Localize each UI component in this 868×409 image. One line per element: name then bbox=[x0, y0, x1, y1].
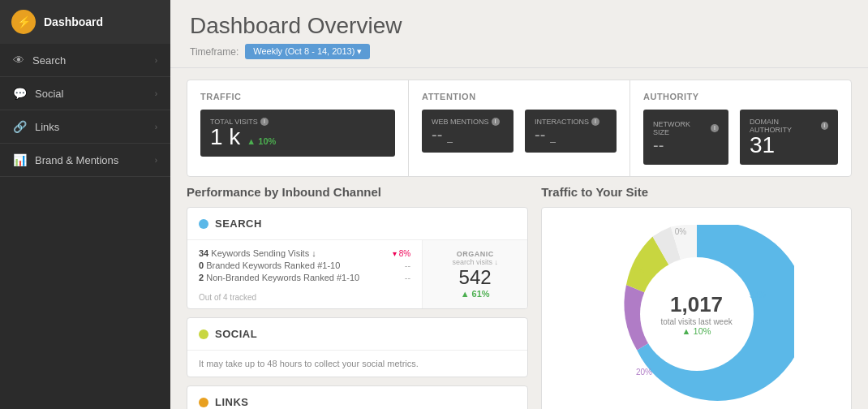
info-icon: i bbox=[260, 118, 269, 126]
authority-section-title: Authority bbox=[643, 92, 838, 101]
sidebar-header[interactable]: ⚡ Dashboard bbox=[0, 0, 170, 44]
chevron-right-icon: › bbox=[155, 156, 157, 165]
traffic-section-title: Traffic bbox=[200, 92, 395, 101]
links-dot bbox=[199, 398, 208, 407]
social-channel-card: SOCIAL It may take up to 48 hours to col… bbox=[187, 317, 528, 377]
network-size-value: -- bbox=[653, 136, 664, 154]
organic-label: ORGANIC bbox=[457, 250, 494, 258]
donut-center-text: 1,017 total visits last week ▲ 10% bbox=[660, 292, 732, 336]
segment-label-3: 7% bbox=[632, 266, 644, 275]
organic-sub: search visits ↓ bbox=[452, 258, 498, 266]
domain-authority-value: 31 bbox=[750, 132, 775, 157]
chat-icon: 💬 bbox=[13, 87, 27, 100]
interactions-label: INTERACTIONS i bbox=[535, 118, 599, 126]
organic-value: 542 bbox=[459, 266, 492, 289]
interactions-value: -- bbox=[535, 126, 545, 144]
search-channel-name: SEARCH bbox=[215, 217, 262, 230]
panels-row: Performance by Inbound Channel SEARCH 34… bbox=[170, 185, 868, 409]
attention-section: Attention WEB MENTIONS i -- _ bbox=[409, 80, 630, 176]
sidebar: ⚡ Dashboard 👁 Search › 💬 Social › 🔗 Link… bbox=[0, 0, 170, 409]
links-channel-name: LINKS bbox=[215, 396, 249, 408]
sidebar-item-social[interactable]: 💬 Social › bbox=[0, 77, 170, 110]
interactions-sub: _ bbox=[550, 131, 556, 143]
total-visits-value: 1 k bbox=[210, 126, 240, 149]
traffic-section: Traffic TOTAL VISITS i 1 k ▲ 10% bbox=[187, 80, 409, 176]
sidebar-item-search[interactable]: 👁 Search › bbox=[0, 44, 170, 77]
links-channel-header: LINKS bbox=[187, 386, 527, 409]
traffic-donut-container: 53% 20% 7% 0% 1,017 total visits last we… bbox=[541, 207, 852, 409]
donut-total: 1,017 bbox=[660, 292, 732, 317]
info-icon: i bbox=[821, 122, 828, 130]
organic-change: ▲ 61% bbox=[461, 289, 490, 299]
stats-bar: Traffic TOTAL VISITS i 1 k ▲ 10% Attenti… bbox=[187, 80, 852, 177]
search-channel-header: SEARCH bbox=[187, 208, 527, 240]
network-size-block: NETWORK SIZE i -- bbox=[643, 110, 728, 165]
web-mentions-label: WEB MENTIONS i bbox=[432, 118, 500, 126]
network-size-label: NETWORK SIZE i bbox=[653, 120, 719, 136]
inbound-channel-panel: Performance by Inbound Channel SEARCH 34… bbox=[187, 185, 528, 409]
chevron-right-icon: › bbox=[155, 123, 157, 131]
sidebar-search-label: Search bbox=[32, 54, 66, 67]
dashboard-icon: ⚡ bbox=[11, 10, 36, 34]
main-content: Dashboard Overview Timeframe: Weekly (Oc… bbox=[170, 0, 868, 409]
segment-label-4: 0% bbox=[674, 227, 686, 236]
info-icon: i bbox=[492, 118, 500, 126]
link-icon: 🔗 bbox=[13, 120, 27, 133]
sidebar-item-links[interactable]: 🔗 Links › bbox=[0, 110, 170, 144]
chart-icon: 📊 bbox=[13, 153, 27, 166]
search-channel-card: SEARCH 34 Keywords Sending Visits ↓ ▾ 8%… bbox=[187, 207, 528, 309]
info-icon: i bbox=[711, 124, 719, 132]
inbound-channel-title: Performance by Inbound Channel bbox=[187, 185, 528, 199]
timeframe-dropdown[interactable]: Weekly (Oct 8 - 14, 2013) ▾ bbox=[245, 44, 370, 59]
donut-change: ▲ 10% bbox=[660, 326, 732, 336]
social-dot bbox=[199, 329, 208, 339]
timeframe-label: Timeframe: bbox=[190, 46, 238, 58]
social-message: It may take up to 48 hours to collect yo… bbox=[187, 351, 527, 377]
search-channel-out: Out of 4 tracked bbox=[187, 293, 422, 308]
domain-authority-label: DOMAIN AUTHORITY i bbox=[750, 118, 828, 134]
chevron-right-icon: › bbox=[155, 56, 157, 65]
social-channel-name: SOCIAL bbox=[215, 328, 257, 340]
search-stat-nonbranded: 2 Non-Branded Keywords Ranked #1-10 -- bbox=[199, 273, 410, 282]
search-stat-branded: 0 Branded Keywords Ranked #1-10 -- bbox=[199, 260, 410, 270]
sidebar-social-label: Social bbox=[35, 88, 63, 100]
social-channel-header: SOCIAL bbox=[187, 318, 527, 351]
sidebar-header-title: Dashboard bbox=[44, 15, 103, 28]
total-visits-block: TOTAL VISITS i 1 k ▲ 10% bbox=[200, 110, 395, 157]
info-icon: i bbox=[591, 118, 599, 126]
search-dot bbox=[199, 219, 208, 229]
search-stat-keywords: 34 Keywords Sending Visits ↓ ▾ 8% bbox=[199, 248, 410, 258]
segment-label-2: 20% bbox=[636, 368, 652, 377]
segment-label-1: 53% bbox=[750, 291, 766, 299]
domain-authority-block: DOMAIN AUTHORITY i 31 bbox=[740, 110, 838, 165]
web-mentions-sub: _ bbox=[447, 131, 453, 143]
chevron-right-icon: › bbox=[155, 89, 157, 98]
attention-section-title: Attention bbox=[422, 92, 617, 101]
web-mentions-block: WEB MENTIONS i -- _ bbox=[422, 110, 513, 153]
web-mentions-value: -- bbox=[432, 126, 442, 144]
traffic-chart-panel: Traffic to Your Site bbox=[541, 185, 852, 409]
donut-label: total visits last week bbox=[660, 317, 732, 326]
sidebar-links-label: Links bbox=[35, 121, 59, 133]
traffic-chart-title: Traffic to Your Site bbox=[541, 185, 852, 199]
authority-section: Authority NETWORK SIZE i -- DOMAIN AUTHO bbox=[630, 80, 851, 176]
search-channel-stats: 34 Keywords Sending Visits ↓ ▾ 8% 0 Bran… bbox=[187, 240, 422, 293]
page-header: Dashboard Overview Timeframe: Weekly (Oc… bbox=[170, 0, 868, 68]
links-channel-card: LINKS VISITS from bbox=[187, 385, 528, 409]
page-title: Dashboard Overview bbox=[190, 13, 849, 39]
sidebar-brand-label: Brand & Mentions bbox=[35, 154, 118, 166]
eye-icon: 👁 bbox=[13, 54, 24, 67]
sidebar-item-brand[interactable]: 📊 Brand & Mentions › bbox=[0, 144, 170, 177]
search-organic-block: ORGANIC search visits ↓ 542 ▲ 61% bbox=[422, 240, 527, 308]
interactions-block: INTERACTIONS i -- _ bbox=[525, 110, 617, 153]
total-visits-change: ▲ 10% bbox=[247, 136, 276, 146]
